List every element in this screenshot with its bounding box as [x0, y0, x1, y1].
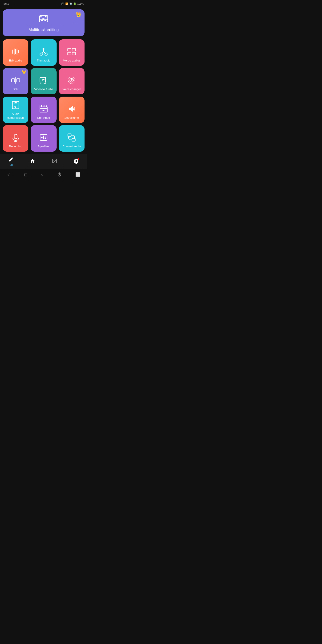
recording-button[interactable]: Recording — [3, 125, 28, 152]
edit-nav-icon — [8, 157, 14, 164]
svg-rect-46 — [40, 107, 47, 112]
svg-rect-11 — [16, 48, 17, 55]
svg-point-36 — [71, 80, 72, 81]
edit-audio-button[interactable]: Edit audio — [3, 39, 28, 66]
edit-audio-label: Edit audio — [9, 59, 22, 62]
video-to-audio-button[interactable]: Video to Audio — [31, 68, 56, 94]
audio-compression-button[interactable]: Audio compression — [3, 96, 28, 123]
svg-rect-23 — [12, 79, 14, 82]
svg-rect-55 — [14, 134, 17, 139]
svg-marker-27 — [42, 79, 45, 81]
recents-button[interactable]: ◻ — [20, 171, 31, 178]
svg-rect-12 — [18, 50, 19, 54]
split-crown-icon: 👑 — [22, 70, 26, 74]
convert-audio-button[interactable]: Convert audio — [59, 125, 84, 152]
equalizer-icon — [39, 132, 48, 142]
audio-compression-label: Audio compression — [4, 112, 26, 120]
power-button[interactable]: ⏻ — [54, 171, 65, 178]
home-nav-icon — [30, 158, 35, 165]
bottom-nav: Edit — [0, 154, 87, 168]
android-nav-bar: ◁ ◻ ○ ⏻ ⬜ — [0, 168, 87, 181]
svg-rect-65 — [68, 134, 71, 137]
feature-grid: Edit audio Trim audio — [3, 39, 84, 152]
premium-crown-icon: 👑 — [76, 12, 82, 17]
vibrate-icon: 📳 — [61, 2, 64, 5]
settings-notification-dot — [78, 158, 80, 160]
gallery-nav-icon — [52, 158, 57, 165]
battery-icon: 🔋 — [73, 2, 76, 5]
edit-video-icon — [39, 104, 48, 114]
svg-rect-3 — [40, 16, 42, 18]
svg-rect-5 — [45, 16, 46, 18]
voice-changer-icon — [67, 75, 76, 85]
svg-point-62 — [43, 136, 44, 138]
svg-line-16 — [44, 52, 46, 54]
home-button[interactable]: ○ — [38, 171, 47, 178]
svg-rect-24 — [16, 79, 20, 82]
recording-label: Recording — [9, 145, 22, 148]
svg-point-70 — [54, 160, 54, 160]
status-bar: 5:10 📳 📶 📡 🔋 100% — [0, 0, 87, 7]
svg-marker-53 — [42, 110, 44, 111]
svg-rect-19 — [68, 48, 71, 51]
svg-rect-4 — [42, 18, 44, 20]
svg-rect-10 — [15, 49, 16, 54]
edit-audio-icon — [11, 47, 20, 56]
nav-gallery[interactable] — [50, 158, 60, 166]
convert-audio-icon — [67, 132, 76, 142]
wifi-icon: 📶 — [65, 2, 68, 5]
video-to-audio-label: Video to Audio — [34, 88, 53, 91]
voice-changer-label: Voice changer — [62, 88, 81, 91]
set-volume-button[interactable]: Set volume — [59, 96, 84, 123]
nav-home[interactable] — [28, 158, 38, 166]
split-icon — [11, 75, 20, 85]
trim-audio-icon — [39, 47, 48, 56]
set-volume-label: Set volume — [64, 116, 79, 120]
equalizer-button[interactable]: Equalizer — [31, 125, 56, 152]
multitrack-banner[interactable]: 👑 Multitrack editing — [3, 10, 84, 36]
svg-line-15 — [42, 52, 44, 54]
split-button[interactable]: 👑 Split — [3, 68, 28, 94]
svg-rect-6 — [41, 20, 43, 21]
status-icons: 📳 📶 📡 🔋 100% — [61, 2, 84, 5]
merge-audios-button[interactable]: Merge audios — [59, 39, 84, 66]
audio-compression-icon — [11, 100, 20, 110]
battery-percent: 100% — [77, 2, 84, 5]
signal-icon: 📡 — [69, 2, 72, 5]
video-to-audio-icon — [39, 75, 48, 85]
merge-audios-icon — [67, 47, 76, 56]
square-button[interactable]: ⬜ — [72, 171, 84, 178]
equalizer-label: Equalizer — [38, 145, 50, 148]
svg-rect-8 — [12, 50, 13, 54]
recording-icon — [11, 132, 20, 142]
svg-rect-9 — [14, 48, 14, 55]
svg-rect-66 — [72, 138, 75, 141]
svg-rect-21 — [68, 52, 71, 55]
edit-video-label: Edit video — [37, 116, 50, 120]
set-volume-icon — [67, 104, 76, 114]
convert-audio-label: Convert audio — [62, 145, 81, 148]
svg-point-60 — [41, 137, 43, 138]
svg-point-64 — [45, 138, 46, 139]
status-time: 5:10 — [4, 2, 10, 6]
split-label: Split — [13, 88, 18, 91]
voice-changer-button[interactable]: Voice changer — [59, 68, 84, 94]
nav-settings[interactable] — [71, 158, 81, 166]
edit-video-button[interactable]: Edit video — [31, 96, 56, 123]
nav-edit[interactable]: Edit — [6, 156, 16, 167]
svg-rect-20 — [72, 48, 76, 51]
svg-rect-7 — [44, 20, 46, 21]
svg-rect-22 — [72, 52, 76, 55]
svg-marker-54 — [69, 106, 73, 112]
multitrack-label: Multitrack editing — [28, 28, 58, 32]
trim-audio-label: Trim audio — [37, 59, 50, 62]
trim-audio-button[interactable]: Trim audio — [31, 39, 56, 66]
multitrack-icon — [39, 14, 48, 26]
svg-rect-42 — [14, 102, 16, 103]
merge-audios-label: Merge audios — [63, 59, 80, 62]
edit-nav-label: Edit — [9, 164, 13, 166]
main-content: 👑 Multitrack editing — [0, 7, 87, 152]
back-button[interactable]: ◁ — [3, 171, 14, 178]
